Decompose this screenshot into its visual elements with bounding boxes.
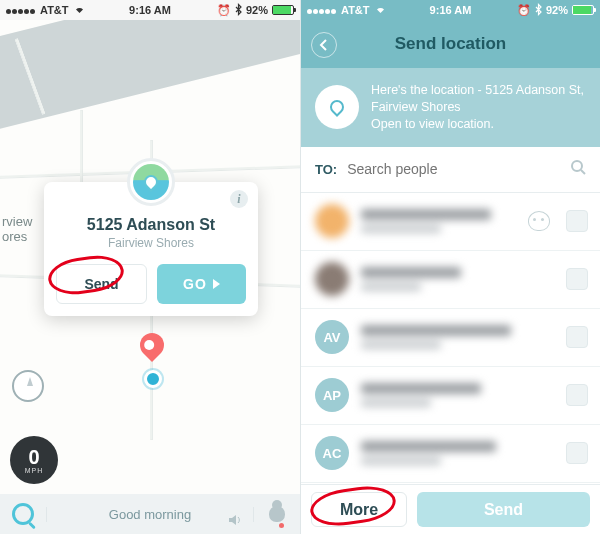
location-subtitle: Fairview Shores (56, 236, 246, 250)
to-label: TO: (315, 162, 337, 177)
map-screen: AT&T 9:16 AM ⏰ 92% rview ores i 5125 Ada… (0, 0, 300, 534)
battery-pct: 92% (246, 4, 268, 16)
map-road-label: rview ores (2, 215, 32, 245)
profile-icon (269, 506, 285, 522)
bottom-bar: Good morning (0, 494, 300, 534)
signal-dots-icon (307, 4, 337, 16)
select-checkbox[interactable] (566, 268, 588, 290)
list-item[interactable]: AP (301, 367, 600, 425)
send-button[interactable]: Send (417, 492, 590, 527)
more-button[interactable]: More (311, 492, 407, 527)
info-icon[interactable]: i (230, 190, 248, 208)
search-icon (12, 503, 34, 525)
action-bar: More Send (301, 484, 600, 534)
contact-name (361, 325, 554, 349)
wifi-icon (73, 4, 86, 16)
carrier-label: AT&T (341, 4, 370, 16)
list-item[interactable]: AV (301, 309, 600, 367)
compass-button[interactable] (12, 370, 44, 402)
carrier-label: AT&T (40, 4, 69, 16)
avatar (315, 204, 349, 238)
page-title: Send location (395, 34, 506, 54)
alarm-icon: ⏰ (217, 4, 231, 17)
list-item[interactable] (301, 251, 600, 309)
greeting-text: Good morning (109, 507, 191, 522)
svg-point-0 (572, 161, 582, 171)
list-item[interactable] (301, 193, 600, 251)
contact-name (361, 267, 554, 291)
avatar: AP (315, 378, 349, 412)
contact-name (361, 441, 554, 465)
list-item[interactable]: AC (301, 425, 600, 483)
speedometer[interactable]: 0 MPH (10, 436, 58, 484)
svg-line-1 (581, 170, 585, 174)
alarm-icon: ⏰ (517, 4, 531, 17)
go-button[interactable]: GO (157, 264, 246, 304)
contact-name (361, 383, 554, 407)
battery-icon (272, 5, 294, 15)
sound-icon[interactable] (227, 513, 243, 530)
chevron-left-icon (319, 39, 329, 51)
current-location-icon (144, 370, 162, 388)
search-icon[interactable] (570, 159, 586, 179)
battery-icon (572, 5, 594, 15)
search-input[interactable] (347, 161, 560, 177)
status-bar: AT&T 9:16 AM ⏰ 92% (0, 0, 300, 20)
avatar: AC (315, 436, 349, 470)
back-button[interactable] (311, 32, 337, 58)
recipient-search: TO: (301, 147, 600, 193)
signal-dots-icon (6, 4, 36, 16)
select-checkbox[interactable] (566, 384, 588, 406)
speed-unit: MPH (25, 467, 44, 474)
avatar (315, 262, 349, 296)
wifi-icon (374, 4, 387, 16)
greeting-panel[interactable]: Good morning (46, 507, 254, 522)
select-checkbox[interactable] (566, 326, 588, 348)
send-location-screen: AT&T 9:16 AM ⏰ 92% Send location Here's … (300, 0, 600, 534)
notification-dot-icon (279, 523, 284, 528)
select-checkbox[interactable] (566, 442, 588, 464)
search-button[interactable] (0, 503, 46, 525)
status-bar: AT&T 9:16 AM ⏰ 92% (301, 0, 600, 20)
battery-pct: 92% (546, 4, 568, 16)
highway-shape (0, 20, 300, 139)
avatar: AV (315, 320, 349, 354)
profile-button[interactable] (254, 506, 300, 522)
select-checkbox[interactable] (566, 210, 588, 232)
header: Send location (301, 20, 600, 68)
contacts-list[interactable]: AV AP AC (301, 193, 600, 503)
location-summary-text: Here's the location - 5125 Adanson St, F… (371, 82, 586, 133)
bluetooth-icon (235, 4, 242, 17)
speed-value: 0 (28, 447, 39, 467)
location-summary[interactable]: Here's the location - 5125 Adanson St, F… (301, 68, 600, 147)
send-button[interactable]: Send (56, 264, 147, 304)
bluetooth-icon (535, 4, 542, 17)
location-title: 5125 Adanson St (56, 216, 246, 234)
location-pin-icon (315, 85, 359, 129)
map[interactable]: rview ores i 5125 Adanson St Fairview Sh… (0, 20, 300, 494)
contact-name (361, 209, 516, 233)
location-badge-icon (127, 158, 175, 206)
wazer-icon (528, 211, 550, 231)
location-popup: i 5125 Adanson St Fairview Shores Send G… (44, 182, 258, 316)
destination-pin-icon[interactable] (135, 328, 169, 362)
